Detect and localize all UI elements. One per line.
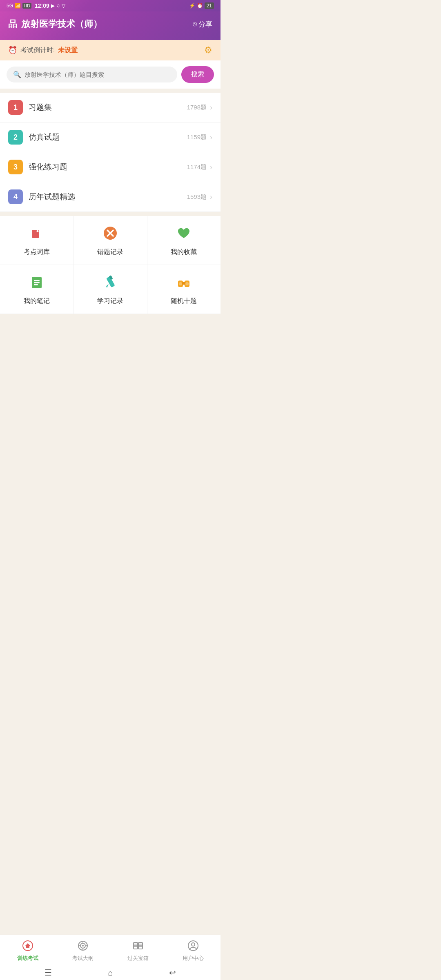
grid-row-1: 考点词库 错题记录 我的收藏 — [0, 216, 220, 265]
menu-num-1: 1 — [8, 100, 23, 115]
chevron-right-icon-4: › — [210, 193, 212, 201]
grid-row-2: 我的笔记 学习记录 随机十题 — [0, 265, 220, 314]
kaodian-label: 考点词库 — [24, 248, 50, 256]
share-button[interactable]: ⎋ 分享 — [193, 20, 212, 29]
svg-rect-7 — [34, 280, 40, 281]
search-button[interactable]: 搜索 — [181, 66, 214, 83]
function-grid: 考点词库 错题记录 我的收藏 — [0, 216, 220, 314]
header-title: 品 放射医学技术（师） — [8, 18, 102, 30]
heart-icon — [176, 226, 191, 244]
menu-item-1[interactable]: 1 习题集 1798题 › — [0, 93, 220, 122]
svg-rect-9 — [34, 284, 38, 285]
pencil-icon — [103, 275, 118, 293]
status-left: 5G 📶 HD 12:09 ▶ ♫ ▽ — [7, 2, 65, 9]
svg-rect-8 — [34, 282, 40, 283]
share-label: 分享 — [198, 20, 212, 29]
grid-cell-biji[interactable]: 我的笔记 — [0, 265, 74, 314]
menu-label-4: 历年试题精选 — [29, 192, 187, 202]
search-input-wrap[interactable]: 🔍 — [7, 67, 177, 82]
app-icon: 品 — [8, 18, 17, 30]
clock-icon: ⏰ — [8, 46, 17, 55]
binoculars-icon — [176, 275, 191, 293]
countdown-value: 未设置 — [58, 46, 78, 55]
shoucang-label: 我的收藏 — [171, 248, 197, 256]
share-icon: ⎋ — [193, 20, 197, 28]
svg-point-17 — [185, 282, 189, 285]
grid-cell-cuoti[interactable]: 错题记录 — [74, 216, 147, 265]
cuoti-label: 错题记录 — [97, 248, 123, 256]
grid-cell-shoucang[interactable]: 我的收藏 — [147, 216, 220, 265]
menu-list: 1 习题集 1798题 › 2 仿真试题 1159题 › 3 强化练习题 117… — [0, 93, 220, 212]
menu-num-3: 3 — [8, 160, 23, 174]
alarm-icon: ⏰ — [197, 3, 203, 9]
time-display: 12:09 — [35, 2, 49, 9]
chevron-right-icon-3: › — [210, 163, 212, 172]
menu-label-1: 习题集 — [29, 102, 187, 113]
countdown-bar: ⏰ 考试倒计时: 未设置 ⚙ — [0, 40, 220, 60]
wifi-icon: ▽ — [62, 3, 65, 9]
svg-point-2 — [36, 230, 38, 232]
grid-cell-kaodian[interactable]: 考点词库 — [0, 216, 74, 265]
pencil-tag-icon — [29, 226, 44, 244]
menu-count-3: 1174题 — [187, 163, 207, 171]
status-right: ⚡ ⏰ 21 — [189, 2, 214, 9]
grid-cell-xuexi[interactable]: 学习记录 — [74, 265, 147, 314]
search-input[interactable] — [24, 71, 171, 78]
menu-item-3[interactable]: 3 强化练习题 1174题 › — [0, 152, 220, 182]
notes-icon — [29, 275, 44, 293]
menu-num-4: 4 — [8, 189, 23, 204]
svg-rect-15 — [182, 282, 185, 285]
status-bar: 5G 📶 HD 12:09 ▶ ♫ ▽ ⚡ ⏰ 21 — [0, 0, 220, 11]
xuexi-label: 学习记录 — [97, 297, 123, 305]
countdown-left: ⏰ 考试倒计时: 未设置 — [8, 46, 78, 55]
bluetooth-icon: ⚡ — [189, 3, 195, 9]
music-icon: ♫ — [56, 3, 60, 9]
settings-icon[interactable]: ⚙ — [204, 45, 212, 56]
menu-label-2: 仿真试题 — [29, 132, 187, 143]
biji-label: 我的笔记 — [24, 297, 50, 305]
signal-bars: 📶 — [15, 3, 21, 9]
app-header: 品 放射医学技术（师） ⎋ 分享 — [0, 11, 220, 40]
menu-item-2[interactable]: 2 仿真试题 1159题 › — [0, 122, 220, 152]
signal-text: 5G — [7, 3, 13, 9]
media-icon: ▶ — [51, 3, 55, 9]
menu-item-4[interactable]: 4 历年试题精选 1593题 › — [0, 182, 220, 212]
menu-count-2: 1159题 — [187, 134, 207, 141]
search-bar: 🔍 搜索 — [7, 66, 214, 83]
header-title-text: 放射医学技术（师） — [21, 18, 102, 30]
chevron-right-icon-2: › — [210, 133, 212, 142]
countdown-label: 考试倒计时: — [20, 46, 55, 55]
battery-display: 21 — [205, 2, 214, 9]
content-area — [0, 314, 220, 404]
menu-count-1: 1798题 — [187, 104, 207, 111]
menu-label-3: 强化练习题 — [29, 162, 187, 172]
chevron-right-icon-1: › — [210, 103, 212, 112]
grid-cell-suiji[interactable]: 随机十题 — [147, 265, 220, 314]
menu-num-2: 2 — [8, 130, 23, 145]
hd-icon: HD — [22, 3, 31, 9]
svg-point-16 — [179, 282, 182, 285]
search-section: 🔍 搜索 — [0, 60, 220, 89]
search-icon: 🔍 — [13, 71, 21, 78]
suiji-label: 随机十题 — [171, 297, 197, 305]
menu-count-4: 1593题 — [187, 193, 207, 201]
wrong-circle-icon — [103, 226, 118, 244]
svg-marker-11 — [106, 284, 109, 288]
